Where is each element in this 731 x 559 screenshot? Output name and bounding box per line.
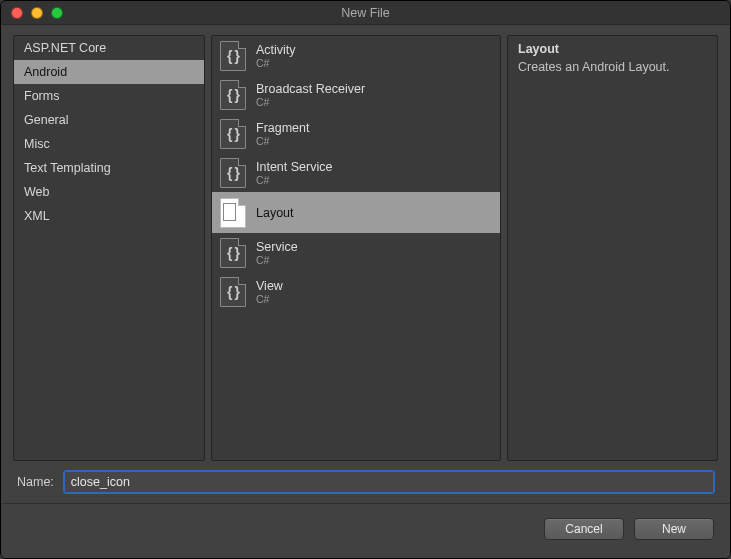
code-file-icon: { } — [220, 119, 246, 149]
code-file-icon: { } — [220, 158, 246, 188]
category-label: Android — [24, 65, 67, 79]
template-item[interactable]: { }Intent ServiceC# — [212, 153, 500, 192]
category-item[interactable]: Web — [14, 180, 204, 204]
window-title: New File — [1, 6, 730, 20]
category-label: Web — [24, 185, 49, 199]
button-row: Cancel New — [1, 503, 730, 558]
close-icon[interactable] — [11, 7, 23, 19]
new-button[interactable]: New — [634, 518, 714, 540]
template-item[interactable]: { }ActivityC# — [212, 36, 500, 75]
template-sublabel: C# — [256, 254, 298, 266]
template-sublabel: C# — [256, 174, 332, 186]
template-sublabel: C# — [256, 96, 365, 108]
category-panel: ASP.NET CoreAndroidFormsGeneralMiscText … — [13, 35, 205, 461]
template-sublabel: C# — [256, 57, 296, 69]
template-panel: { }ActivityC#{ }Broadcast ReceiverC#{ }F… — [211, 35, 501, 461]
category-item[interactable]: Misc — [14, 132, 204, 156]
template-item[interactable]: Layout — [212, 192, 500, 233]
code-file-icon: { } — [220, 277, 246, 307]
template-item[interactable]: { }ServiceC# — [212, 233, 500, 272]
code-file-icon: { } — [220, 238, 246, 268]
template-sublabel: C# — [256, 293, 283, 305]
category-item[interactable]: XML — [14, 204, 204, 228]
template-label: Layout — [256, 206, 294, 220]
name-row: Name: — [1, 467, 730, 503]
template-label: Service — [256, 240, 298, 254]
category-label: Text Templating — [24, 161, 111, 175]
template-label: Broadcast Receiver — [256, 82, 365, 96]
template-label: Intent Service — [256, 160, 332, 174]
template-item[interactable]: { }ViewC# — [212, 272, 500, 311]
minimize-icon[interactable] — [31, 7, 43, 19]
category-item[interactable]: Android — [14, 60, 204, 84]
description-panel: Layout Creates an Android Layout. — [507, 35, 718, 461]
category-item[interactable]: Text Templating — [14, 156, 204, 180]
description-body: Creates an Android Layout. — [518, 60, 707, 74]
code-file-icon: { } — [220, 80, 246, 110]
category-label: Forms — [24, 89, 59, 103]
name-label: Name: — [17, 475, 54, 489]
category-label: General — [24, 113, 68, 127]
layout-file-icon — [220, 198, 246, 228]
name-input[interactable] — [64, 471, 714, 493]
category-item[interactable]: Forms — [14, 84, 204, 108]
category-item[interactable]: ASP.NET Core — [14, 36, 204, 60]
template-item[interactable]: { }Broadcast ReceiverC# — [212, 75, 500, 114]
template-sublabel: C# — [256, 135, 310, 147]
category-label: ASP.NET Core — [24, 41, 106, 55]
titlebar: New File — [1, 1, 730, 25]
description-title: Layout — [518, 42, 707, 56]
code-file-icon: { } — [220, 41, 246, 71]
category-label: Misc — [24, 137, 50, 151]
template-label: View — [256, 279, 283, 293]
cancel-button[interactable]: Cancel — [544, 518, 624, 540]
category-item[interactable]: General — [14, 108, 204, 132]
category-label: XML — [24, 209, 50, 223]
template-label: Activity — [256, 43, 296, 57]
template-item[interactable]: { }FragmentC# — [212, 114, 500, 153]
template-label: Fragment — [256, 121, 310, 135]
zoom-icon[interactable] — [51, 7, 63, 19]
